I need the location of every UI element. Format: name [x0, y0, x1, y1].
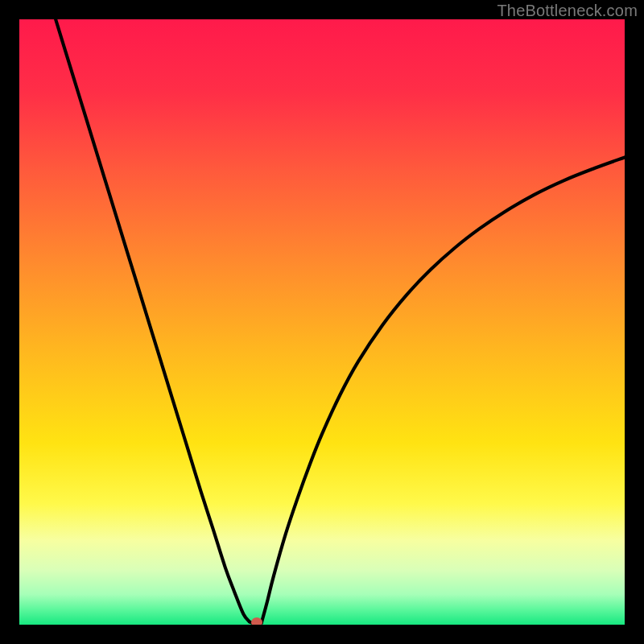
curve-left — [56, 19, 250, 621]
curve-right — [262, 157, 625, 622]
minimum-marker — [251, 617, 262, 625]
plot-area — [19, 19, 625, 625]
watermark-text: TheBottleneck.com — [497, 2, 638, 20]
chart-container: TheBottleneck.com — [0, 0, 644, 644]
curve-svg — [19, 19, 625, 625]
